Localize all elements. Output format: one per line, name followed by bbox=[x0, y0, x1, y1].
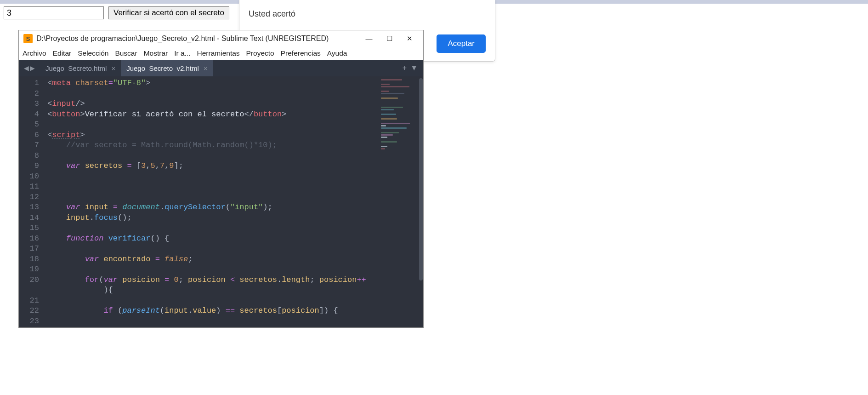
menu-editar[interactable]: Editar bbox=[53, 49, 72, 57]
sublime-icon: S bbox=[23, 34, 33, 43]
editor[interactable]: 1234567891011121314151617181920 212223 <… bbox=[19, 76, 423, 327]
code-area[interactable]: <meta charset="UTF-8"> <input/> <button>… bbox=[44, 76, 379, 327]
menubar: Archivo Editar Selección Buscar Mostrar … bbox=[19, 47, 423, 60]
sublime-window: S D:\Proyectos de programacion\Juego_Sec… bbox=[18, 30, 424, 328]
tab-label: Juego_Secreto.html bbox=[45, 64, 107, 72]
tab-menu-icon[interactable]: ▼ bbox=[410, 64, 418, 72]
close-tab-icon[interactable]: × bbox=[204, 64, 208, 72]
close-button[interactable]: ✕ bbox=[406, 35, 413, 42]
close-tab-icon[interactable]: × bbox=[111, 64, 115, 72]
tab-nav[interactable]: ◀ ▶ bbox=[19, 60, 40, 76]
menu-buscar[interactable]: Buscar bbox=[115, 49, 137, 57]
minimize-button[interactable]: ― bbox=[365, 35, 373, 42]
window-title: D:\Proyectos de programacion\Juego_Secre… bbox=[36, 34, 365, 43]
menu-ayuda[interactable]: Ayuda bbox=[327, 49, 347, 57]
menu-proyecto[interactable]: Proyecto bbox=[246, 49, 274, 57]
guess-input[interactable] bbox=[4, 6, 104, 19]
menu-ir-a[interactable]: Ir a... bbox=[174, 49, 190, 57]
maximize-button[interactable]: ☐ bbox=[386, 35, 393, 42]
menu-archivo[interactable]: Archivo bbox=[23, 49, 46, 57]
tab-label: Juego_Secreto_v2.html bbox=[126, 64, 199, 72]
titlebar[interactable]: S D:\Proyectos de programacion\Juego_Sec… bbox=[19, 30, 423, 47]
new-tab-icon[interactable]: + bbox=[403, 64, 407, 72]
verify-button[interactable]: Verificar si acertó con el secreto bbox=[108, 6, 229, 19]
line-gutter: 1234567891011121314151617181920 212223 bbox=[19, 76, 44, 327]
accept-button[interactable]: Aceptar bbox=[437, 34, 486, 53]
menu-mostrar[interactable]: Mostrar bbox=[144, 49, 168, 57]
chevron-left-icon[interactable]: ◀ bbox=[24, 64, 29, 72]
tab-juego-secreto[interactable]: Juego_Secreto.html × bbox=[40, 60, 121, 76]
tab-juego-secreto-v2[interactable]: Juego_Secreto_v2.html × bbox=[121, 60, 213, 76]
scrollbar-thumb[interactable] bbox=[419, 78, 423, 281]
minimap[interactable] bbox=[379, 76, 423, 327]
chevron-right-icon[interactable]: ▶ bbox=[30, 64, 35, 72]
scrollbar-vertical[interactable] bbox=[419, 76, 423, 327]
menu-preferencias[interactable]: Preferencias bbox=[281, 49, 321, 57]
dialog-message: Usted acertó bbox=[249, 9, 486, 19]
menu-seleccion[interactable]: Selección bbox=[78, 49, 108, 57]
menu-herramientas[interactable]: Herramientas bbox=[197, 49, 240, 57]
tab-bar: ◀ ▶ Juego_Secreto.html × Juego_Secreto_v… bbox=[19, 60, 423, 76]
